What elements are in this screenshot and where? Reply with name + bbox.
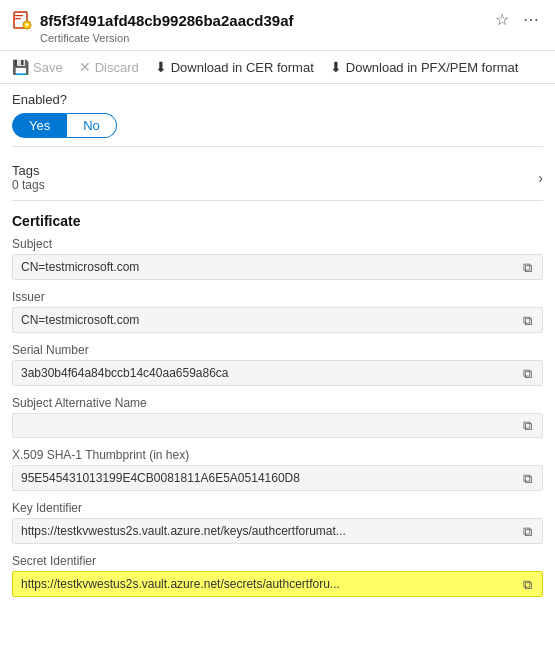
enabled-label: Enabled? bbox=[12, 92, 543, 107]
serial-number-copy-button[interactable]: ⧉ bbox=[521, 367, 534, 380]
issuer-label: Issuer bbox=[12, 290, 543, 304]
tags-section[interactable]: Tags 0 tags › bbox=[12, 155, 543, 201]
divider-1 bbox=[12, 146, 543, 147]
certificate-section-title: Certificate bbox=[12, 213, 543, 229]
key-identifier-field: Key Identifier https://testkvwestus2s.va… bbox=[12, 501, 543, 544]
save-button[interactable]: 💾 Save bbox=[12, 57, 63, 77]
subject-alt-name-field: Subject Alternative Name ⧉ bbox=[12, 396, 543, 438]
header-action-buttons: ☆ ⋯ bbox=[491, 10, 543, 30]
thumbprint-copy-button[interactable]: ⧉ bbox=[521, 472, 534, 485]
tags-content: Tags 0 tags bbox=[12, 163, 538, 192]
download-cer-button[interactable]: ⬇ Download in CER format bbox=[155, 57, 314, 77]
secret-identifier-value: https://testkvwestus2s.vault.azure.net/s… bbox=[21, 577, 515, 591]
thumbprint-input: 95E545431013199E4CB0081811A6E5A0514160D8… bbox=[12, 465, 543, 491]
discard-icon: ✕ bbox=[79, 59, 91, 75]
page-subtitle: Certificate Version bbox=[0, 32, 555, 50]
key-identifier-value: https://testkvwestus2s.vault.azure.net/k… bbox=[21, 524, 515, 538]
issuer-value: CN=testmicrosoft.com bbox=[21, 313, 515, 327]
subject-value: CN=testmicrosoft.com bbox=[21, 260, 515, 274]
key-identifier-label: Key Identifier bbox=[12, 501, 543, 515]
svg-rect-1 bbox=[15, 15, 23, 16]
subject-alt-name-input: ⧉ bbox=[12, 413, 543, 438]
yes-toggle-button[interactable]: Yes bbox=[12, 113, 67, 138]
tags-count: 0 tags bbox=[12, 178, 538, 192]
enabled-toggle-group: Yes No bbox=[12, 113, 543, 138]
page-title: 8f5f3f491afd48cb99286ba2aacd39af bbox=[40, 12, 483, 29]
secret-identifier-input: https://testkvwestus2s.vault.azure.net/s… bbox=[12, 571, 543, 597]
save-icon: 💾 bbox=[12, 59, 29, 75]
secret-identifier-field: Secret Identifier https://testkvwestus2s… bbox=[12, 554, 543, 597]
enabled-section: Enabled? Yes No bbox=[12, 92, 543, 138]
secret-identifier-label: Secret Identifier bbox=[12, 554, 543, 568]
issuer-field: Issuer CN=testmicrosoft.com ⧉ bbox=[12, 290, 543, 333]
subject-alt-name-copy-button[interactable]: ⧉ bbox=[521, 419, 534, 432]
download-pfx-icon: ⬇ bbox=[330, 59, 342, 75]
key-identifier-copy-button[interactable]: ⧉ bbox=[521, 525, 534, 538]
more-options-button[interactable]: ⋯ bbox=[519, 10, 543, 30]
serial-number-label: Serial Number bbox=[12, 343, 543, 357]
subject-alt-name-label: Subject Alternative Name bbox=[12, 396, 543, 410]
download-pfx-button[interactable]: ⬇ Download in PFX/PEM format bbox=[330, 57, 519, 77]
serial-number-input: 3ab30b4f64a84bccb14c40aa659a86ca ⧉ bbox=[12, 360, 543, 386]
no-toggle-button[interactable]: No bbox=[67, 113, 117, 138]
serial-number-value: 3ab30b4f64a84bccb14c40aa659a86ca bbox=[21, 366, 515, 380]
secret-identifier-copy-button[interactable]: ⧉ bbox=[521, 578, 534, 591]
svg-rect-2 bbox=[15, 18, 21, 19]
toolbar: 💾 Save ✕ Discard ⬇ Download in CER forma… bbox=[0, 50, 555, 84]
download-cer-icon: ⬇ bbox=[155, 59, 167, 75]
issuer-input: CN=testmicrosoft.com ⧉ bbox=[12, 307, 543, 333]
subject-input: CN=testmicrosoft.com ⧉ bbox=[12, 254, 543, 280]
main-content: Enabled? Yes No Tags 0 tags › Certificat… bbox=[0, 84, 555, 615]
discard-button[interactable]: ✕ Discard bbox=[79, 57, 139, 77]
thumbprint-value: 95E545431013199E4CB0081811A6E5A0514160D8 bbox=[21, 471, 515, 485]
certificate-icon bbox=[12, 10, 32, 30]
tags-chevron-icon: › bbox=[538, 170, 543, 186]
subject-field: Subject CN=testmicrosoft.com ⧉ bbox=[12, 237, 543, 280]
subject-label: Subject bbox=[12, 237, 543, 251]
thumbprint-field: X.509 SHA-1 Thumbprint (in hex) 95E54543… bbox=[12, 448, 543, 491]
page-header: 8f5f3f491afd48cb99286ba2aacd39af ☆ ⋯ bbox=[0, 0, 555, 32]
pin-button[interactable]: ☆ bbox=[491, 10, 513, 30]
serial-number-field: Serial Number 3ab30b4f64a84bccb14c40aa65… bbox=[12, 343, 543, 386]
key-identifier-input: https://testkvwestus2s.vault.azure.net/k… bbox=[12, 518, 543, 544]
subject-copy-button[interactable]: ⧉ bbox=[521, 261, 534, 274]
tags-title: Tags bbox=[12, 163, 538, 178]
issuer-copy-button[interactable]: ⧉ bbox=[521, 314, 534, 327]
thumbprint-label: X.509 SHA-1 Thumbprint (in hex) bbox=[12, 448, 543, 462]
